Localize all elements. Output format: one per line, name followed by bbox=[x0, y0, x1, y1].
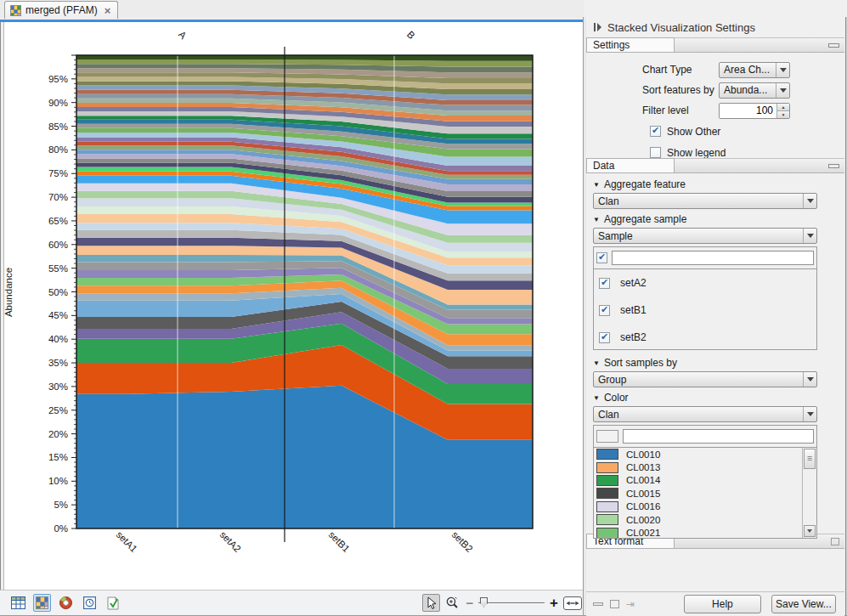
select-all-samples-checkbox[interactable] bbox=[596, 252, 607, 263]
sample-checkbox[interactable] bbox=[599, 332, 610, 343]
sample-label: setB1 bbox=[620, 304, 647, 316]
help-button[interactable]: Help bbox=[684, 595, 761, 613]
scrollbar-down-arrow[interactable] bbox=[804, 525, 816, 537]
y-tick-label: 5% bbox=[54, 500, 68, 510]
sample-list-item[interactable]: setB2 bbox=[594, 324, 816, 351]
color-select[interactable]: Clan bbox=[593, 406, 817, 422]
zoom-out-button[interactable]: − bbox=[465, 596, 475, 610]
clan-color-swatch bbox=[596, 462, 618, 473]
aggregate-sample-group[interactable]: ▼ Aggregate sample bbox=[593, 212, 817, 227]
sort-samples-group[interactable]: ▼ Sort samples by bbox=[593, 355, 817, 370]
text-format-section-body bbox=[586, 549, 844, 591]
tab-close-icon[interactable]: × bbox=[104, 4, 111, 17]
expand-section-icon[interactable] bbox=[831, 538, 839, 545]
clan-label: CL0020 bbox=[626, 515, 660, 525]
chart-type-select[interactable]: Area Ch... bbox=[719, 62, 790, 78]
zoom-in-tool-button[interactable] bbox=[443, 594, 461, 612]
y-tick-label: 95% bbox=[48, 74, 68, 84]
scrollbar-thumb[interactable]: ☰ bbox=[804, 449, 816, 469]
show-other-label: Show Other bbox=[667, 126, 720, 138]
settings-section-header[interactable]: Settings bbox=[586, 37, 844, 53]
application-window: merged (PFAM) × 0%5%10%15%20%25%30%35%40… bbox=[0, 0, 847, 616]
collapse-panel-icon bbox=[593, 22, 601, 32]
data-section-tab[interactable]: Data bbox=[586, 158, 675, 173]
x-tick-label: setB2 bbox=[450, 529, 475, 554]
default-color-swatch[interactable] bbox=[596, 430, 618, 443]
color-filter-input[interactable] bbox=[623, 429, 814, 444]
filter-level-spinner[interactable]: ▲ ▼ bbox=[719, 103, 790, 119]
y-tick-label: 35% bbox=[48, 358, 68, 368]
collapse-section-icon[interactable] bbox=[828, 164, 839, 168]
spinner-up-icon[interactable]: ▲ bbox=[777, 104, 789, 111]
sample-label: setB2 bbox=[620, 331, 647, 343]
clan-color-swatch bbox=[596, 475, 618, 486]
chevron-down-icon bbox=[776, 63, 789, 77]
panel-header[interactable]: Stacked Visualization Settings bbox=[586, 17, 844, 37]
color-list-scrollbar[interactable]: ☰ bbox=[802, 448, 816, 538]
sort-features-label: Sort features by bbox=[642, 84, 719, 96]
color-list-item[interactable]: CL0020 bbox=[594, 513, 802, 526]
color-list-item[interactable]: CL0010 bbox=[594, 448, 802, 461]
chevron-expanded-icon: ▼ bbox=[593, 181, 600, 189]
group-label: B bbox=[405, 29, 417, 41]
sample-list-item[interactable]: setA2 bbox=[594, 269, 816, 297]
y-tick-label: 10% bbox=[48, 476, 68, 486]
zoom-in-button[interactable]: + bbox=[548, 595, 560, 612]
sample-checkbox[interactable] bbox=[599, 278, 610, 289]
stacked-area-chart[interactable]: 0%5%10%15%20%25%30%35%40%45%50%55%60%65%… bbox=[0, 22, 584, 591]
collapse-section-icon[interactable] bbox=[828, 43, 839, 48]
clan-color-swatch bbox=[596, 501, 618, 512]
color-list-item[interactable]: CL0013 bbox=[594, 461, 802, 473]
tab-merged-pfam[interactable]: merged (PFAM) × bbox=[4, 1, 118, 19]
sample-list-item[interactable]: setB1 bbox=[594, 297, 816, 324]
float-panel-icon[interactable] bbox=[610, 600, 619, 608]
color-list-item[interactable]: CL0016 bbox=[594, 500, 802, 513]
sample-filter-input[interactable] bbox=[612, 251, 814, 265]
filter-level-label: Filter level bbox=[642, 105, 719, 116]
color-list-item[interactable]: CL0014 bbox=[594, 474, 802, 487]
y-tick-label: 40% bbox=[48, 334, 68, 344]
minimize-panel-icon[interactable] bbox=[593, 602, 603, 606]
panel-title: Stacked Visualization Settings bbox=[607, 21, 755, 34]
table-view-button[interactable] bbox=[9, 594, 27, 612]
donut-view-button[interactable] bbox=[57, 594, 75, 612]
sample-checkbox[interactable] bbox=[599, 305, 610, 316]
show-legend-checkbox[interactable] bbox=[650, 147, 661, 158]
y-tick-label: 85% bbox=[48, 122, 68, 132]
stacked-view-button[interactable] bbox=[33, 594, 51, 612]
zoom-slider[interactable] bbox=[478, 596, 545, 610]
y-tick-label: 75% bbox=[48, 168, 68, 178]
fit-width-icon[interactable] bbox=[563, 596, 582, 610]
sample-filter-list: setA2setB1setB2 bbox=[593, 246, 817, 350]
color-list-item[interactable]: CL0015 bbox=[594, 487, 802, 500]
cursor-tool-button[interactable] bbox=[422, 594, 440, 612]
settings-section-tab[interactable]: Settings bbox=[586, 37, 675, 53]
aggregate-feature-select[interactable]: Clan bbox=[593, 193, 817, 209]
history-view-button[interactable] bbox=[81, 594, 99, 612]
sort-samples-select[interactable]: Group bbox=[593, 371, 817, 387]
y-tick-label: 65% bbox=[48, 216, 68, 226]
chart-type-label: Chart Type bbox=[642, 64, 719, 76]
clan-label: CL0021 bbox=[626, 528, 660, 538]
y-tick-label: 20% bbox=[48, 429, 68, 439]
y-tick-label: 25% bbox=[48, 405, 68, 415]
color-list-item[interactable]: CL0021 bbox=[594, 526, 802, 538]
color-group[interactable]: ▼ Color bbox=[593, 390, 817, 405]
data-section-header[interactable]: Data bbox=[586, 158, 844, 173]
aggregate-feature-group[interactable]: ▼ Aggregate feature bbox=[593, 177, 817, 192]
aggregate-sample-select[interactable]: Sample bbox=[593, 228, 817, 244]
clan-label: CL0013 bbox=[626, 462, 660, 472]
clan-color-swatch bbox=[596, 449, 618, 460]
chevron-down-icon bbox=[803, 372, 816, 387]
sort-features-select[interactable]: Abunda... bbox=[719, 82, 790, 99]
dock-panel-icon[interactable]: ⇥ bbox=[626, 598, 635, 610]
report-view-button[interactable] bbox=[104, 594, 122, 612]
show-other-checkbox[interactable] bbox=[650, 126, 661, 137]
zoom-slider-thumb[interactable] bbox=[480, 597, 488, 608]
group-label: A bbox=[177, 29, 189, 41]
filter-level-input[interactable] bbox=[720, 104, 776, 118]
chevron-expanded-icon: ▼ bbox=[593, 394, 600, 402]
spinner-down-icon[interactable]: ▼ bbox=[777, 111, 789, 118]
save-view-button[interactable]: Save View... bbox=[771, 595, 836, 613]
clan-label: CL0010 bbox=[626, 449, 660, 460]
